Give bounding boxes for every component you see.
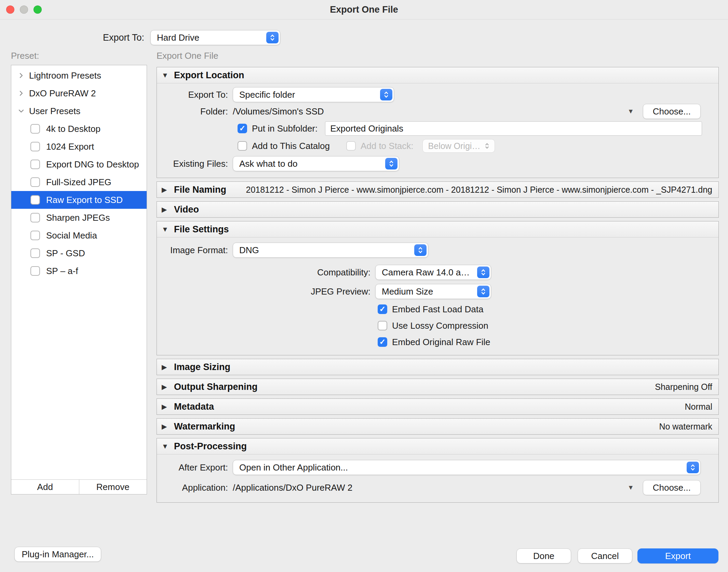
preset-checkbox[interactable] [30, 142, 40, 151]
disclosure-triangle-icon[interactable]: ▶ [162, 363, 170, 371]
preset-item-label: Sharpen JPEGs [46, 213, 110, 223]
image-format-select[interactable]: DNG [233, 243, 428, 258]
after-export-select[interactable]: Open in Other Application... [233, 460, 701, 475]
export-to-label: Export To: [0, 32, 144, 43]
section-title: Watermarking [174, 421, 235, 432]
compatibility-label: Compatibility: [157, 267, 375, 278]
popup-stepper-icon [380, 89, 392, 100]
preset-item-sp-gsd[interactable]: SP - GSD [11, 244, 147, 262]
popup-stepper-icon [477, 267, 489, 278]
add-preset-button[interactable]: Add [11, 480, 79, 494]
disclosure-triangle-icon[interactable]: ▶ [162, 403, 170, 411]
disclosure-triangle-icon[interactable]: ▶ [162, 422, 170, 431]
preset-checkbox[interactable] [30, 248, 40, 258]
preset-item-sharpen-jpegs[interactable]: Sharpen JPEGs [11, 209, 147, 227]
add-to-catalog-checkbox[interactable] [238, 141, 247, 151]
disclosure-triangle-icon[interactable]: ▶ [162, 205, 170, 214]
remove-preset-button[interactable]: Remove [79, 480, 147, 494]
jpeg-preview-value: Medium Size [382, 286, 433, 297]
minimize-button[interactable] [20, 5, 28, 14]
folder-row: Folder: /Volumes/Simon's SSD ▼ Choose... [157, 103, 718, 120]
section-header-video[interactable]: ▶ Video [157, 202, 718, 217]
export-settings-panel: ▼ Export Location Export To: Specific fo… [157, 67, 719, 506]
preset-item-4k-to-desktop[interactable]: 4k to Desktop [11, 120, 147, 138]
preset-checkbox[interactable] [30, 231, 40, 240]
export-destination-select[interactable]: Hard Drive [150, 30, 280, 45]
compatibility-select[interactable]: Camera Raw 14.0 and later [375, 265, 491, 280]
sidebar-item-user-presets[interactable]: User Presets [11, 102, 147, 120]
preset-checkbox[interactable] [30, 195, 40, 205]
section-header-export-location[interactable]: ▼ Export Location [157, 67, 718, 83]
add-to-stack-checkbox [346, 141, 356, 151]
existing-files-row: Existing Files: Ask what to do [157, 154, 718, 173]
section-header-image-sizing[interactable]: ▶ Image Sizing [157, 359, 718, 375]
folder-history-dropdown-icon[interactable]: ▼ [628, 108, 634, 115]
existing-files-select[interactable]: Ask what to do [233, 156, 399, 171]
put-in-subfolder-label: Put in Subfolder: [252, 123, 318, 134]
preset-checkbox[interactable] [30, 177, 40, 187]
cancel-button[interactable]: Cancel [578, 548, 632, 563]
folder-label: Folder: [157, 106, 233, 117]
stack-position-value: Below Original [428, 141, 481, 151]
preset-checkbox[interactable] [30, 160, 40, 169]
embed-fast-load-row: Embed Fast Load Data [157, 301, 718, 317]
choose-folder-button[interactable]: Choose... [643, 104, 701, 119]
subfolder-name-input[interactable] [325, 121, 702, 136]
put-in-subfolder-checkbox[interactable] [238, 124, 247, 133]
disclosure-triangle-icon[interactable]: ▶ [162, 186, 170, 194]
preset-item-label: 1024 Export [46, 141, 94, 152]
compatibility-row: Compatibility: Camera Raw 14.0 and later [157, 263, 718, 282]
embed-original-raw-checkbox[interactable] [378, 337, 387, 347]
section-file-naming: ▶ File Naming 20181212 - Simon J Pierce … [157, 181, 719, 198]
preset-item-raw-export-to-ssd[interactable]: Raw Export to SSD [11, 191, 147, 209]
chevron-right-icon [18, 90, 24, 96]
preset-item-export-dng-to-desktop[interactable]: Export DNG to Desktop [11, 155, 147, 173]
preset-list: Lightroom Presets DxO PureRAW 2 User Pre… [11, 65, 147, 494]
popup-stepper-icon [477, 286, 489, 297]
preset-item-full-sized-jpeg[interactable]: Full-Sized JPEG [11, 173, 147, 191]
section-header-file-settings[interactable]: ▼ File Settings [157, 221, 718, 237]
section-header-post-processing[interactable]: ▼ Post-Processing [157, 438, 718, 454]
section-header-output-sharpening[interactable]: ▶ Output Sharpening Sharpening Off [157, 379, 718, 395]
export-to-select-value: Specific folder [239, 90, 295, 100]
close-button[interactable] [6, 5, 14, 14]
export-to-select[interactable]: Specific folder [233, 87, 394, 102]
done-button[interactable]: Done [516, 548, 571, 563]
plugin-manager-button[interactable]: Plug-in Manager... [14, 547, 101, 562]
section-header-file-naming[interactable]: ▶ File Naming 20181212 - Simon J Pierce … [157, 182, 718, 198]
sidebar-item-dxo-pureraw[interactable]: DxO PureRAW 2 [11, 84, 147, 102]
use-lossy-compression-label: Use Lossy Compression [392, 321, 488, 331]
chevron-right-icon [18, 72, 24, 79]
jpeg-preview-select[interactable]: Medium Size [375, 284, 491, 299]
use-lossy-compression-checkbox[interactable] [378, 321, 387, 330]
subfolder-row: Put in Subfolder: [157, 120, 718, 137]
preset-checkbox[interactable] [30, 213, 40, 222]
choose-application-button[interactable]: Choose... [643, 480, 701, 495]
add-to-stack-label: Add to Stack: [361, 141, 414, 151]
embed-fast-load-checkbox[interactable] [378, 304, 387, 314]
section-title: Post-Processing [174, 441, 247, 452]
section-title: Image Sizing [174, 362, 230, 372]
image-format-row: Image Format: DNG [157, 240, 718, 260]
section-export-location: ▼ Export Location Export To: Specific fo… [157, 67, 719, 178]
preset-checkbox[interactable] [30, 124, 40, 134]
existing-files-value: Ask what to do [239, 159, 298, 169]
export-button[interactable]: Export [637, 548, 718, 563]
section-header-metadata[interactable]: ▶ Metadata Normal [157, 399, 718, 414]
preset-item-label: Raw Export to SSD [46, 195, 123, 205]
preset-item-social-media[interactable]: Social Media [11, 227, 147, 244]
sidebar-item-lightroom-presets[interactable]: Lightroom Presets [11, 67, 147, 84]
application-history-dropdown-icon[interactable]: ▼ [628, 484, 634, 491]
section-watermarking: ▶ Watermarking No watermark [157, 418, 719, 435]
section-header-watermarking[interactable]: ▶ Watermarking No watermark [157, 419, 718, 434]
export-destination-value: Hard Drive [157, 32, 199, 43]
preset-checkbox[interactable] [30, 266, 40, 276]
disclosure-triangle-icon[interactable]: ▼ [162, 71, 170, 79]
zoom-button[interactable] [33, 5, 42, 14]
disclosure-triangle-icon[interactable]: ▶ [162, 383, 170, 391]
preset-list-actions: Add Remove [11, 479, 147, 494]
disclosure-triangle-icon[interactable]: ▼ [162, 442, 170, 450]
disclosure-triangle-icon[interactable]: ▼ [162, 226, 170, 233]
preset-item-sp-a-f[interactable]: SP – a-f [11, 262, 147, 280]
preset-item-1024-export[interactable]: 1024 Export [11, 138, 147, 155]
